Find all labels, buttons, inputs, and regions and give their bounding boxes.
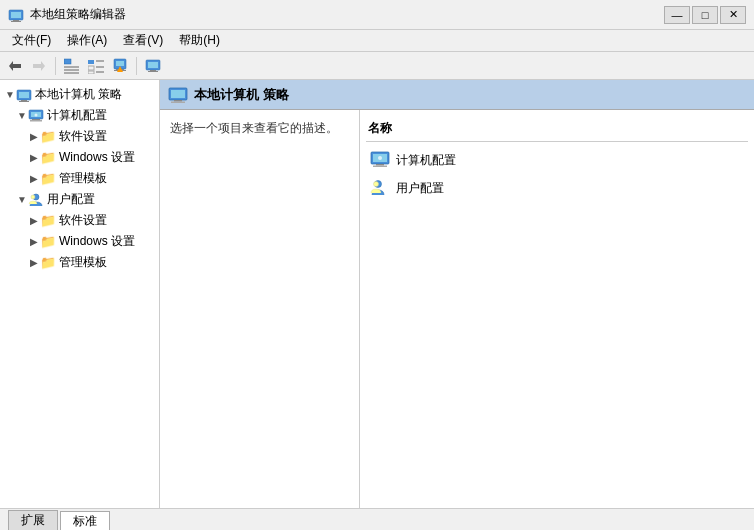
svg-rect-8 — [64, 69, 79, 71]
svg-point-44 — [378, 156, 382, 160]
menu-file[interactable]: 文件(F) — [4, 30, 59, 51]
title-bar-controls: — □ ✕ — [664, 6, 746, 24]
svg-marker-5 — [33, 61, 45, 71]
content-description: 选择一个项目来查看它的描述。 — [160, 110, 360, 508]
tree-adm1-toggle[interactable]: ▶ — [28, 173, 40, 184]
minimize-button[interactable]: — — [664, 6, 690, 24]
svg-rect-32 — [30, 120, 42, 122]
list-item-computer[interactable]: 计算机配置 — [366, 146, 748, 174]
toolbar-btn-2[interactable] — [85, 55, 107, 77]
tree-sw1-label: 软件设置 — [59, 128, 107, 145]
svg-point-33 — [35, 113, 38, 116]
tree-user-toggle[interactable]: ▼ — [16, 194, 28, 205]
tree-root-label: 本地计算机 策略 — [35, 86, 122, 103]
list-computer-label: 计算机配置 — [396, 152, 456, 169]
svg-rect-28 — [19, 101, 29, 102]
content-pane: 本地计算机 策略 选择一个项目来查看它的描述。 名称 — [160, 80, 754, 508]
back-button[interactable] — [4, 55, 26, 77]
tree-folder-icon-2: 📁 — [40, 150, 56, 166]
tree-pane: ▼ 本地计算机 策略 ▼ — [0, 80, 160, 508]
svg-rect-14 — [88, 71, 94, 74]
svg-rect-24 — [148, 71, 158, 72]
tree-win1-toggle[interactable]: ▶ — [28, 152, 40, 163]
toolbar-sep-1 — [55, 57, 56, 75]
main-container: ▼ 本地计算机 策略 ▼ — [0, 80, 754, 508]
svg-rect-7 — [64, 66, 79, 68]
svg-rect-27 — [21, 100, 27, 101]
menu-view[interactable]: 查看(V) — [115, 30, 171, 51]
toolbar-btn-3[interactable] — [109, 55, 131, 77]
tree-computer-toggle[interactable]: ▼ — [16, 110, 28, 121]
svg-point-46 — [374, 182, 379, 187]
svg-rect-10 — [88, 60, 94, 64]
tree-computer-label: 计算机配置 — [47, 107, 107, 124]
tree-adm1-label: 管理模板 — [59, 170, 107, 187]
title-bar-title: 本地组策略编辑器 — [30, 6, 664, 23]
svg-rect-1 — [11, 12, 21, 18]
svg-rect-11 — [96, 60, 104, 62]
title-bar: 本地组策略编辑器 — □ ✕ — [0, 0, 754, 30]
svg-rect-43 — [373, 166, 387, 168]
toolbar-sep-2 — [136, 57, 137, 75]
list-user-label: 用户配置 — [396, 180, 444, 197]
svg-rect-2 — [13, 20, 19, 21]
tree-root-toggle[interactable]: ▼ — [4, 89, 16, 100]
tree-folder-icon-4: 📁 — [40, 213, 56, 229]
tree-admin-1[interactable]: ▶ 📁 管理模板 — [0, 168, 159, 189]
tree-admin-2[interactable]: ▶ 📁 管理模板 — [0, 252, 159, 273]
tree-win2-label: Windows 设置 — [59, 233, 135, 250]
svg-rect-13 — [96, 66, 104, 68]
tree-root[interactable]: ▼ 本地计算机 策略 — [0, 84, 159, 105]
list-user-icon — [370, 178, 390, 198]
tree-adm2-toggle[interactable]: ▶ — [28, 257, 40, 268]
svg-rect-17 — [116, 61, 124, 66]
tree-user-config[interactable]: ▼ 用户配置 — [0, 189, 159, 210]
list-item-user[interactable]: 用户配置 — [366, 174, 748, 202]
svg-rect-12 — [88, 66, 94, 70]
list-computer-icon — [370, 150, 390, 170]
svg-marker-4 — [9, 61, 21, 71]
svg-rect-39 — [171, 101, 185, 103]
toolbar — [0, 52, 754, 80]
maximize-button[interactable]: □ — [692, 6, 718, 24]
tree-windows-1[interactable]: ▶ 📁 Windows 设置 — [0, 147, 159, 168]
svg-rect-15 — [96, 71, 104, 73]
toolbar-btn-4[interactable] — [142, 55, 164, 77]
svg-rect-6 — [64, 59, 71, 64]
svg-rect-37 — [171, 90, 185, 98]
tab-standard[interactable]: 标准 — [60, 511, 110, 530]
tree-software-2[interactable]: ▶ 📁 软件设置 — [0, 210, 159, 231]
svg-rect-38 — [174, 100, 182, 102]
svg-rect-42 — [376, 164, 384, 166]
title-bar-icon — [8, 7, 24, 23]
tree-win2-toggle[interactable]: ▶ — [28, 236, 40, 247]
description-text: 选择一个项目来查看它的描述。 — [170, 121, 338, 135]
menu-action[interactable]: 操作(A) — [59, 30, 115, 51]
tab-bar: 扩展 标准 — [0, 508, 754, 530]
svg-rect-26 — [19, 92, 29, 98]
tab-extend[interactable]: 扩展 — [8, 510, 58, 530]
tree-win1-label: Windows 设置 — [59, 149, 135, 166]
tree-user-icon — [28, 192, 44, 208]
tree-folder-icon-1: 📁 — [40, 129, 56, 145]
content-header: 本地计算机 策略 — [160, 80, 754, 110]
tree-sw1-toggle[interactable]: ▶ — [28, 131, 40, 142]
show-tree-button[interactable] — [61, 55, 83, 77]
tree-adm2-label: 管理模板 — [59, 254, 107, 271]
close-button[interactable]: ✕ — [720, 6, 746, 24]
content-body: 选择一个项目来查看它的描述。 名称 计算 — [160, 110, 754, 508]
tree-folder-icon-3: 📁 — [40, 171, 56, 187]
tree-computer-icon — [28, 108, 44, 124]
tree-sw2-label: 软件设置 — [59, 212, 107, 229]
tree-windows-2[interactable]: ▶ 📁 Windows 设置 — [0, 231, 159, 252]
tree-computer-config[interactable]: ▼ 计算机配置 — [0, 105, 159, 126]
content-header-icon — [168, 85, 188, 105]
tree-sw2-toggle[interactable]: ▶ — [28, 215, 40, 226]
svg-rect-23 — [150, 70, 156, 71]
content-list: 名称 计算机配置 — [360, 110, 754, 508]
tree-user-label: 用户配置 — [47, 191, 95, 208]
tree-software-1[interactable]: ▶ 📁 软件设置 — [0, 126, 159, 147]
menu-help[interactable]: 帮助(H) — [171, 30, 228, 51]
svg-point-35 — [31, 195, 35, 199]
forward-button[interactable] — [28, 55, 50, 77]
